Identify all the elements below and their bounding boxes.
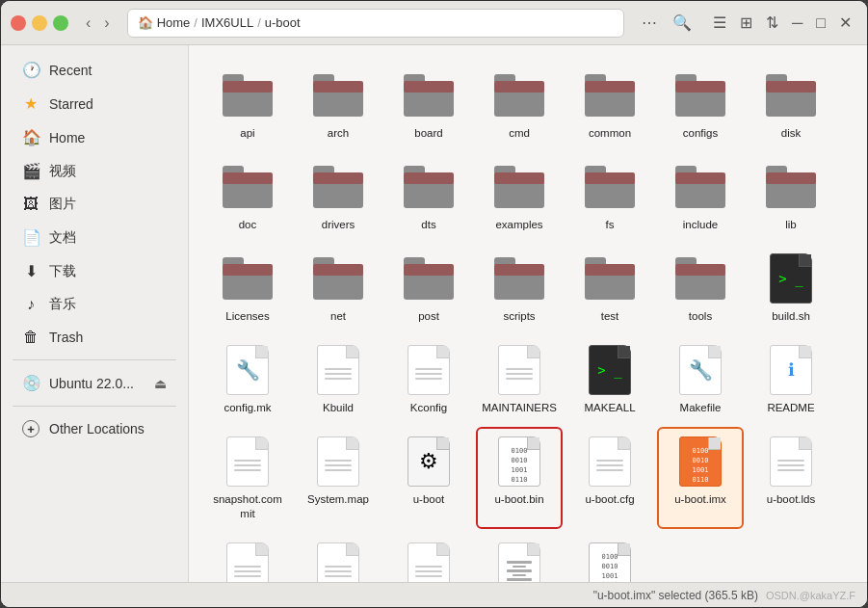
window-min-button[interactable]: ─ — [786, 10, 808, 36]
folder-icon-lib — [764, 160, 818, 214]
sidebar-item-music[interactable]: ♪ 音乐 — [7, 289, 182, 320]
sidebar-item-recent[interactable]: 🕐 Recent — [7, 54, 182, 86]
file-item-u-boot-imx[interactable]: 0100001010010110 u-boot.imx — [657, 427, 744, 529]
gear-file-icon-u-boot: ⚙ — [402, 435, 456, 489]
sidebar-item-home[interactable]: 🏠 Home — [7, 121, 182, 153]
file-item-u-boot-sym[interactable]: u-boot.sym — [385, 533, 472, 582]
folder-icon-include — [673, 160, 727, 214]
file-label-fs: fs — [606, 218, 615, 232]
forward-button[interactable]: › — [98, 11, 115, 36]
file-item-makeall[interactable]: > _ MAKEALL — [566, 335, 653, 423]
file-label-build-sh: build.sh — [772, 309, 810, 324]
svg-rect-53 — [494, 264, 544, 276]
downloads-icon: ⬇ — [22, 262, 39, 280]
file-item-build-sh[interactable]: > _ build.sh — [748, 244, 834, 331]
sidebar-label-home: Home — [49, 130, 85, 145]
file-item-u-boot-bin[interactable]: 0100001010010110 u-boot.bin — [476, 427, 563, 529]
maximize-button[interactable] — [53, 15, 68, 31]
titlebar-actions: ⋯ 🔍 — [636, 10, 697, 36]
file-item-dts[interactable]: dts — [385, 152, 472, 240]
file-label-u-boot-lds: u-boot.lds — [767, 492, 816, 507]
file-item-examples[interactable]: examples — [476, 152, 563, 240]
folder-icon-post — [402, 251, 456, 305]
file-item-uboot-imx-zip[interactable]: uboot-imx-2016.03-2.1.0-g0a... — [476, 533, 563, 582]
file-item-cmd[interactable]: cmd — [476, 61, 563, 148]
search-button[interactable]: 🔍 — [667, 10, 697, 36]
file-item-common[interactable]: common — [566, 61, 653, 148]
window-max-button[interactable]: □ — [810, 10, 831, 36]
file-item-u-boot-map[interactable]: u-boot.map — [204, 533, 291, 582]
file-item-u-boot-exec[interactable]: ⚙ u-boot — [385, 427, 472, 529]
file-label-include: include — [683, 218, 718, 232]
sidebar-item-ubuntu[interactable]: 💿 Ubuntu 22.0... ⏏ — [7, 367, 182, 399]
svg-rect-47 — [313, 264, 363, 276]
file-item-fs[interactable]: fs — [566, 152, 653, 240]
file-item-lib[interactable]: lib — [748, 152, 834, 240]
file-item-snapshot-commit[interactable]: snapshot.commit — [204, 427, 291, 529]
svg-rect-5 — [313, 81, 363, 93]
watermark: OSDN.@kakaYZ.F — [766, 590, 855, 601]
file-item-makefile[interactable]: 🔧 Makefile — [657, 335, 744, 423]
breadcrumb-home[interactable]: Home — [157, 15, 191, 30]
file-item-disk[interactable]: disk — [748, 61, 834, 148]
svg-rect-8 — [404, 81, 454, 93]
eject-button[interactable]: ⏏ — [154, 376, 167, 391]
back-button[interactable]: ‹ — [80, 11, 96, 36]
file-item-scripts[interactable]: scripts — [476, 244, 563, 331]
file-item-arch[interactable]: arch — [295, 61, 381, 148]
file-item-kbuild[interactable]: Kbuild — [295, 335, 381, 423]
file-item-tools[interactable]: tools — [657, 244, 744, 331]
file-item-kconfig[interactable]: Kconfig — [385, 335, 472, 423]
window-close-button[interactable]: ✕ — [833, 10, 857, 36]
sidebar-item-downloads[interactable]: ⬇ 下载 — [7, 255, 182, 287]
file-item-drivers[interactable]: drivers — [295, 152, 381, 240]
file-item-u-boot-nodtb-bin[interactable]: 0100001010010110 u-boot-nodtb.bin — [566, 533, 653, 582]
file-item-config-mk[interactable]: 🔧 config.mk — [204, 335, 291, 423]
folder-icon-cmd — [492, 68, 546, 122]
sidebar-item-trash[interactable]: 🗑 Trash — [7, 322, 182, 353]
file-item-doc[interactable]: doc — [204, 152, 291, 240]
breadcrumb-uboot[interactable]: u-boot — [265, 15, 301, 30]
sidebar-item-other-locations[interactable]: + Other Locations — [7, 413, 182, 444]
sidebar-label-videos: 视频 — [49, 163, 76, 180]
svg-rect-59 — [675, 264, 725, 276]
file-label-config-mk: config.mk — [224, 401, 271, 415]
folder-icon-tools — [673, 251, 727, 305]
breadcrumb-imx6ull[interactable]: IMX6ULL — [201, 15, 253, 30]
file-item-u-boot-lds[interactable]: u-boot.lds — [748, 427, 834, 529]
sidebar-item-videos[interactable]: 🎬 视频 — [7, 155, 182, 187]
file-item-system-map[interactable]: System.map — [295, 427, 381, 529]
file-item-post[interactable]: post — [385, 244, 472, 331]
file-item-include[interactable]: include — [657, 152, 744, 240]
file-item-maintainers[interactable]: MAINTAINERS — [476, 335, 563, 423]
menu-button[interactable]: ⋯ — [636, 10, 663, 36]
sidebar-item-starred[interactable]: ★ Starred — [7, 88, 182, 119]
svg-rect-29 — [404, 172, 454, 184]
sidebar-item-pictures[interactable]: 🖼 图片 — [7, 189, 182, 220]
file-item-api[interactable]: api — [204, 61, 291, 148]
sort-button[interactable]: ⇅ — [760, 10, 784, 36]
sidebar-item-documents[interactable]: 📄 文档 — [7, 222, 182, 253]
view-list-button[interactable]: ☰ — [707, 10, 732, 36]
file-item-configs[interactable]: configs — [657, 61, 744, 148]
file-item-u-boot-srec[interactable]: u-boot.srec — [295, 533, 381, 582]
terminal-file-icon-makeall: > _ — [583, 343, 637, 397]
breadcrumb[interactable]: 🏠 Home / IMX6ULL / u-boot — [127, 9, 624, 38]
generic-file-icon-kconfig — [402, 343, 456, 397]
file-label-test: test — [601, 309, 619, 324]
file-item-net[interactable]: net — [295, 244, 381, 331]
minimize-button[interactable] — [32, 15, 47, 31]
svg-rect-41 — [766, 172, 816, 184]
file-item-test[interactable]: test — [566, 244, 653, 331]
close-button[interactable] — [11, 15, 26, 31]
file-item-u-boot-cfg[interactable]: u-boot.cfg — [566, 427, 653, 529]
file-item-readme[interactable]: ℹ README — [748, 335, 834, 423]
file-item-licenses[interactable]: Licenses — [204, 244, 291, 331]
svg-rect-11 — [494, 81, 544, 93]
folder-icon-licenses — [221, 251, 275, 305]
trash-icon: 🗑 — [22, 329, 39, 346]
folder-icon-fs — [583, 160, 637, 214]
sidebar-label-starred: Starred — [49, 96, 93, 112]
view-grid-button[interactable]: ⊞ — [734, 10, 758, 36]
file-item-board[interactable]: board — [385, 61, 472, 148]
